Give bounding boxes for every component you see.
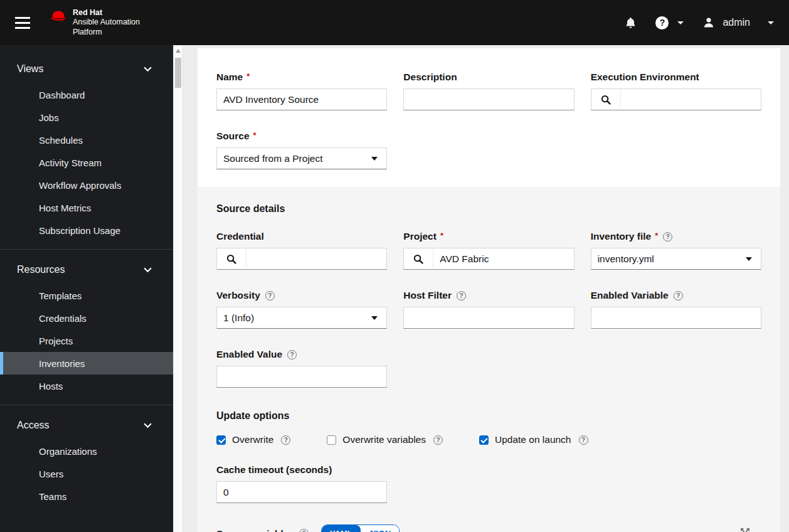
inventory-file-field-group: Inventory file * ? inventory.yml bbox=[591, 231, 761, 270]
scrollbar-thumb[interactable] bbox=[175, 58, 181, 88]
sidebar-group-views-toggle[interactable]: Views bbox=[0, 54, 173, 83]
help-icon[interactable]: ? bbox=[457, 291, 466, 301]
main-content: Name * Description Execution Environ bbox=[183, 45, 789, 532]
sidebar-group-access-toggle[interactable]: Access bbox=[0, 410, 173, 440]
help-icon[interactable]: ? bbox=[433, 435, 443, 445]
help-icon[interactable]: ? bbox=[663, 232, 672, 242]
project-search-button[interactable] bbox=[403, 248, 433, 270]
sidebar-group-resources-toggle[interactable]: Resources bbox=[0, 255, 173, 284]
sidebar-nav: Views Dashboard Jobs Schedules Activity … bbox=[0, 45, 173, 532]
form-top-section: Name * Description Execution Environ bbox=[198, 48, 780, 187]
execution-environment-field-group: Execution Environment bbox=[591, 72, 761, 110]
top-navbar: Red Hat Ansible Automation Platform ? ad… bbox=[0, 0, 789, 45]
source-field-group: Source * Sourced from a Project bbox=[216, 130, 387, 169]
inventory-file-select[interactable]: inventory.yml bbox=[591, 248, 761, 270]
help-icon[interactable]: ? bbox=[674, 291, 683, 301]
caret-down-icon bbox=[371, 157, 378, 161]
caret-down-icon bbox=[746, 257, 752, 261]
chevron-down-icon bbox=[144, 267, 152, 272]
help-icon[interactable]: ? bbox=[281, 435, 290, 445]
sidebar-item-dashboard[interactable]: Dashboard bbox=[0, 83, 173, 106]
update-on-launch-checkbox[interactable] bbox=[479, 435, 489, 445]
required-asterisk: * bbox=[246, 72, 250, 81]
sidebar-scrollbar[interactable] bbox=[173, 45, 183, 532]
sidebar-item-credentials[interactable]: Credentials bbox=[0, 307, 173, 329]
cache-timeout-input[interactable] bbox=[216, 481, 387, 503]
caret-down-icon bbox=[371, 316, 378, 320]
overwrite-option: Overwrite ? bbox=[216, 434, 290, 445]
sidebar-item-host-metrics[interactable]: Host Metrics bbox=[0, 196, 173, 219]
search-icon bbox=[226, 254, 236, 264]
sidebar-item-subscription-usage[interactable]: Subscription Usage bbox=[0, 219, 173, 242]
overwrite-variables-option: Overwrite variables ? bbox=[327, 434, 443, 445]
required-asterisk: * bbox=[253, 130, 257, 140]
update-options-group: Update options Overwrite ? Overwrite var… bbox=[216, 410, 761, 445]
yaml-mode-button[interactable]: YAML bbox=[322, 525, 361, 532]
cache-timeout-field-group: Cache timeout (seconds) bbox=[216, 464, 761, 503]
help-menu-button[interactable]: ? bbox=[655, 16, 684, 29]
hamburger-icon bbox=[15, 17, 30, 19]
sidebar-group-resources: Resources Templates Credentials Projects… bbox=[0, 249, 173, 397]
sidebar-item-projects[interactable]: Projects bbox=[0, 329, 173, 352]
verbosity-label: Verbosity ? bbox=[216, 290, 387, 301]
execution-environment-search-button[interactable] bbox=[591, 88, 620, 110]
name-input[interactable] bbox=[216, 88, 387, 110]
sidebar-item-templates[interactable]: Templates bbox=[0, 284, 173, 307]
sidebar-item-organizations[interactable]: Organizations bbox=[0, 440, 173, 462]
update-options-heading: Update options bbox=[216, 410, 761, 422]
verbosity-select[interactable]: 1 (Info) bbox=[216, 307, 387, 329]
execution-environment-input[interactable] bbox=[620, 88, 761, 110]
source-details-heading: Source details bbox=[216, 203, 761, 215]
help-icon[interactable]: ? bbox=[579, 435, 588, 445]
user-icon bbox=[702, 16, 715, 29]
credential-input[interactable] bbox=[246, 248, 387, 270]
sidebar-item-workflow-approvals[interactable]: Workflow Approvals bbox=[0, 174, 173, 196]
enabled-variable-field-group: Enabled Variable ? bbox=[591, 290, 761, 329]
sidebar-item-jobs[interactable]: Jobs bbox=[0, 106, 173, 129]
nav-toggle-button[interactable] bbox=[15, 17, 33, 29]
project-field-group: Project * bbox=[403, 231, 574, 270]
notifications-button[interactable] bbox=[625, 16, 637, 29]
credential-search-button[interactable] bbox=[216, 248, 246, 270]
brand-name: Red Hat bbox=[73, 8, 140, 18]
sidebar-item-hosts[interactable]: Hosts bbox=[0, 375, 173, 397]
name-field-group: Name * bbox=[216, 72, 387, 110]
enabled-variable-input[interactable] bbox=[591, 307, 761, 329]
chevron-down-icon bbox=[144, 423, 152, 428]
sidebar-group-access: Access Organizations Users Teams bbox=[0, 405, 173, 508]
search-icon bbox=[601, 95, 611, 105]
scroll-up-arrow-icon[interactable] bbox=[176, 49, 181, 53]
brand-product-line2: Platform bbox=[73, 28, 140, 38]
sidebar-item-activity-stream[interactable]: Activity Stream bbox=[0, 151, 173, 174]
help-icon[interactable]: ? bbox=[287, 350, 297, 359]
sidebar-item-teams[interactable]: Teams bbox=[0, 485, 173, 508]
source-variables-field-group: Source variables ? YAML JSON bbox=[216, 524, 761, 532]
description-field-group: Description bbox=[403, 72, 574, 110]
enabled-value-input[interactable] bbox=[216, 366, 387, 388]
expand-editor-button[interactable] bbox=[740, 528, 750, 532]
brand-logo: Red Hat Ansible Automation Platform bbox=[49, 8, 140, 38]
source-details-section: Source details Credential bbox=[198, 187, 780, 532]
json-mode-button[interactable]: JSON bbox=[361, 525, 399, 532]
host-filter-input[interactable] bbox=[403, 307, 574, 329]
help-icon[interactable]: ? bbox=[265, 291, 275, 301]
question-circle-icon: ? bbox=[655, 16, 669, 29]
source-variables-mode-toggle: YAML JSON bbox=[321, 524, 400, 532]
description-input[interactable] bbox=[403, 88, 574, 110]
source-label: Source * bbox=[216, 130, 387, 142]
source-variables-label: Source variables ? bbox=[216, 528, 309, 532]
sidebar-item-inventories[interactable]: Inventories bbox=[0, 352, 173, 375]
help-icon[interactable]: ? bbox=[299, 529, 309, 532]
overwrite-checkbox[interactable] bbox=[216, 435, 226, 445]
project-input[interactable] bbox=[433, 248, 574, 270]
sidebar-item-schedules[interactable]: Schedules bbox=[0, 129, 173, 151]
project-label: Project * bbox=[403, 231, 574, 242]
user-menu-button[interactable]: admin bbox=[702, 16, 774, 29]
update-on-launch-option: Update on launch ? bbox=[479, 434, 588, 445]
overwrite-variables-checkbox[interactable] bbox=[327, 435, 336, 445]
sidebar-item-users[interactable]: Users bbox=[0, 462, 173, 485]
source-select[interactable]: Sourced from a Project bbox=[216, 147, 387, 169]
verbosity-field-group: Verbosity ? 1 (Info) bbox=[216, 290, 387, 329]
credential-field-group: Credential bbox=[216, 231, 387, 270]
inventory-source-form-card: Name * Description Execution Environ bbox=[198, 48, 780, 532]
